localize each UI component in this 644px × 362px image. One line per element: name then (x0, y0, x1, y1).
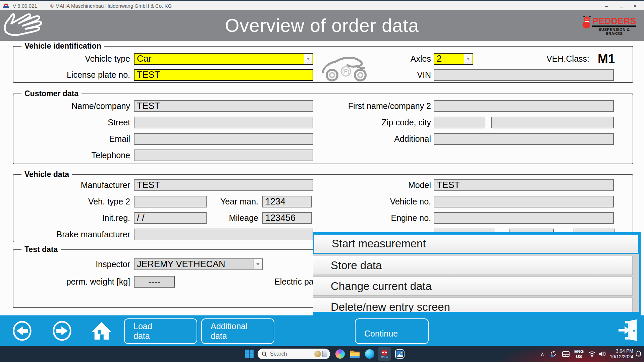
vehicle-no-label: Vehicle no. (362, 196, 431, 207)
tray-touchpad-icon[interactable] (561, 346, 571, 362)
tray-clock[interactable]: 3:04 PM 10/12/2024 (610, 346, 633, 362)
license-plate-field[interactable]: TEST (134, 69, 313, 81)
name-company-label: Name/company (44, 100, 130, 112)
forward-button[interactable] (52, 321, 72, 341)
vehicle-data-legend: Vehicle data (21, 170, 72, 179)
manufacturer-field[interactable]: TEST (134, 179, 313, 191)
close-button[interactable]: × (630, 2, 640, 10)
veh-type2-label: Veh. type 2 (44, 196, 130, 207)
veh-type2-field[interactable] (134, 196, 207, 207)
email-field[interactable] (134, 133, 313, 145)
tray-chevron-up-icon[interactable]: ∧ (538, 346, 547, 362)
name-company-field[interactable]: TEST (134, 100, 313, 112)
axles-select[interactable]: 2 (434, 53, 473, 65)
taskbar-app-file-explorer[interactable] (348, 347, 362, 361)
page-header: Overview of order data PEDDERS SUSPENSIO… (0, 10, 644, 41)
perm-weight-field[interactable]: ---- (134, 276, 175, 288)
engine-no-field[interactable] (434, 212, 614, 224)
taskbar-app-maha-active[interactable]: MAHA (378, 347, 391, 361)
vehicle-type-select[interactable]: Car (134, 53, 313, 65)
clock-date: 10/12/2024 (610, 354, 633, 360)
inspector-select[interactable]: JEREMY VETHECAN (134, 258, 263, 270)
menu-item-change-current-data[interactable]: Change current data (313, 277, 633, 296)
search-box[interactable]: Search (258, 349, 330, 359)
additional-label: Additional (329, 133, 431, 145)
axles-label: Axles (396, 53, 431, 65)
tray-notification-bell-icon[interactable] (634, 346, 643, 362)
model-field[interactable]: TEST (434, 179, 614, 191)
file-explorer-icon (350, 350, 360, 358)
car-sketch-icon: (P) (319, 53, 378, 82)
veh-class-value: M1 (598, 52, 615, 66)
maximize-button[interactable]: □ (616, 2, 627, 10)
customer-data-legend: Customer data (21, 89, 82, 98)
chevron-down-icon[interactable] (464, 54, 472, 64)
tray-sync-icon[interactable] (549, 346, 558, 362)
order-context-menu: Start measurement Store data Change curr… (313, 232, 641, 315)
brake-manufacturer-field[interactable] (134, 229, 313, 240)
name-company-value: TEST (137, 101, 160, 111)
year-man-label: Year man. (211, 196, 258, 207)
city-field[interactable] (491, 117, 614, 128)
menu-item-store-data[interactable]: Store data (313, 256, 633, 275)
taskbar-app-photos[interactable] (393, 347, 407, 361)
brake-manufacturer-label: Brake manufacturer (44, 229, 130, 240)
vin-field[interactable] (434, 69, 614, 81)
search-highlight-card-image[interactable] (322, 351, 327, 357)
back-button[interactable] (12, 321, 32, 341)
chevron-down-icon[interactable] (304, 54, 312, 64)
minimize-button[interactable]: – (601, 2, 611, 10)
tray-wifi-icon[interactable] (587, 346, 597, 362)
license-plate-label: License plate no. (44, 69, 130, 81)
vin-label: VIN (396, 69, 431, 81)
year-man-field[interactable]: 1234 (262, 196, 312, 207)
vehicle-no-field[interactable] (434, 196, 614, 207)
svg-text:(P): (P) (342, 69, 349, 74)
telephone-field[interactable] (134, 149, 313, 161)
tray-volume-icon[interactable] (598, 346, 608, 362)
svg-text:MAHA: MAHA (381, 356, 388, 358)
menu-item-start-measurement[interactable]: Start measurement (313, 233, 639, 254)
model-value: TEST (437, 180, 460, 190)
telephone-label: Telephone (44, 149, 130, 161)
pedders-brand-tagline: SUSPENSION & BRAKES (592, 27, 636, 36)
vehicle-type-value: Car (137, 54, 152, 64)
veh-class-label: VEH.Class: (540, 53, 589, 65)
start-button[interactable] (244, 348, 255, 360)
additional-data-button[interactable]: Additional data (201, 318, 274, 344)
taskbar-app-copilot[interactable] (333, 347, 347, 361)
exit-button[interactable] (616, 319, 638, 342)
zip-field[interactable] (434, 117, 485, 128)
chevron-down-icon[interactable] (254, 259, 262, 269)
first-name-label: First name/company 2 (329, 100, 431, 112)
first-name-field[interactable] (434, 100, 614, 112)
init-reg-field[interactable]: / / (134, 212, 207, 224)
vehicle-identification-legend: Vehicle identification (21, 42, 104, 51)
tray-language-switcher[interactable]: ENG US (572, 346, 586, 362)
taskbar-app-edge[interactable] (363, 347, 376, 361)
additional-field[interactable] (434, 133, 614, 145)
street-field[interactable] (134, 117, 313, 128)
manufacturer-value: TEST (137, 180, 160, 190)
language-line2: US (576, 354, 582, 359)
perm-weight-label: perm. weight [kg] (44, 276, 130, 288)
additional-data-line1: Additional (211, 321, 274, 331)
edge-icon (365, 349, 374, 359)
page-title: Overview of order data (0, 15, 644, 36)
test-data-legend: Test data (21, 245, 61, 254)
window-titlebar: V 8.00.021 © MAHA Maschinenbau Haldenwan… (0, 0, 644, 10)
menu-item-delete-new-entry[interactable]: Delete/new entry screen (313, 297, 633, 315)
license-plate-value: TEST (137, 70, 160, 80)
maha-logo-small-icon (3, 3, 9, 8)
continue-button[interactable]: Continue (355, 318, 429, 344)
init-reg-value: / / (137, 213, 145, 223)
vehicle-type-label: Vehicle type (44, 53, 130, 65)
model-label: Model (362, 179, 431, 191)
home-button[interactable] (91, 320, 112, 341)
email-label: Email (44, 133, 130, 145)
load-data-button[interactable]: Load data (124, 318, 197, 344)
search-highlight-medal-image[interactable] (314, 351, 321, 357)
additional-data-line2: data (211, 331, 274, 341)
load-data-line1: Load (133, 321, 197, 331)
mileage-field[interactable]: 123456 (262, 212, 312, 224)
